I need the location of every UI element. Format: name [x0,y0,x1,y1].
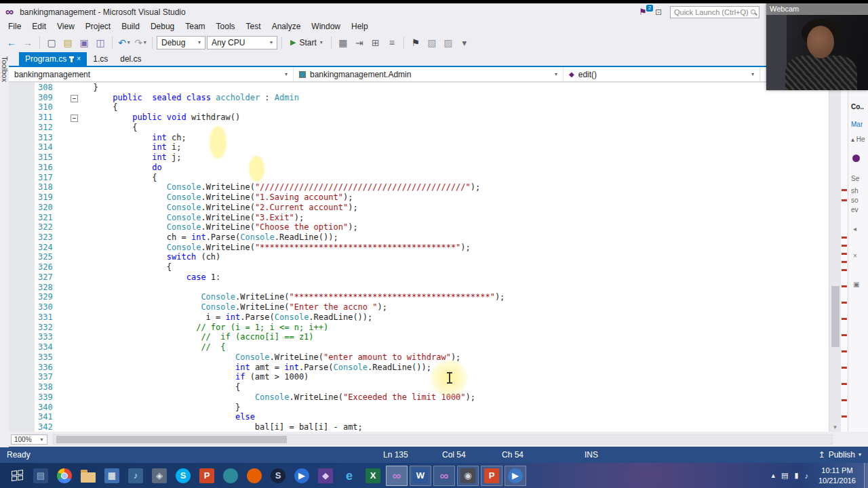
publish-button[interactable]: ↥ Publish ▾ [818,447,861,463]
code-line[interactable]: 314 int i; [35,142,829,152]
code-line[interactable]: 329 Console.WriteLine("*****************… [35,292,829,302]
menu-help[interactable]: Help [346,20,374,33]
open-file-button[interactable]: ▤ [60,35,75,50]
code-line[interactable]: 317 { [35,173,829,183]
new-file-button[interactable]: ▢ [44,35,59,50]
menu-analyze[interactable]: Analyze [267,20,307,33]
menu-tools[interactable]: Tools [211,20,241,33]
code-line[interactable]: 328 [35,283,829,293]
solution-platforms-dropdown[interactable]: Any CPU▾ [207,36,277,49]
fold-collapse-icon[interactable]: − [71,115,78,122]
tab-del-cs[interactable]: del.cs [114,52,147,66]
code-line[interactable]: 309− public sealed class accholder : Adm… [35,93,829,103]
taskbar-app-tile-blue[interactable]: ▤ [30,466,52,486]
taskbar-media-app[interactable]: ♪ [125,466,146,486]
code-line[interactable]: 326 { [35,262,829,272]
menu-build[interactable]: Build [116,20,145,33]
panel-copy-icon[interactable]: ▣ [853,281,859,288]
code-line[interactable]: 313 int ch; [35,133,829,143]
more-options-button[interactable]: ▾ [457,35,472,50]
vertical-scrollbar[interactable]: ▲ ▼ [829,83,841,432]
code-line[interactable]: 342 bal[i] = bal[i] - amt; [35,422,829,432]
code-line[interactable]: 315 int j; [35,152,829,163]
code-line[interactable]: 322 Console.WriteLine("Choose the option… [35,222,829,232]
start-button[interactable] [4,463,30,488]
panel-close-icon[interactable]: × [853,252,857,260]
code-line[interactable]: 332 // for (i = 1; i <= n; i++) [35,323,829,333]
close-icon[interactable]: × [77,56,81,62]
code-line[interactable]: 331 i = int.Parse(Console.ReadLine()); [35,312,829,323]
taskbar-presentation-app[interactable]: P [196,466,218,486]
save-button[interactable]: ▣ [77,35,92,50]
bookmark-button[interactable]: ⚑ [408,35,423,50]
taskbar-skype[interactable]: S [172,466,194,486]
menu-edit[interactable]: Edit [26,20,52,33]
code-line[interactable]: 316 do [35,163,829,173]
code-line[interactable]: 340 } [35,403,829,413]
panel-purple-icon[interactable] [852,155,860,162]
code-line[interactable]: 324 Console.WriteLine("*****************… [35,243,829,253]
code-line[interactable]: 325 switch (ch) [35,252,829,262]
undo-button[interactable]: ↶▾ [117,35,132,50]
fold-collapse-icon[interactable]: − [71,95,78,102]
notifications-flag-icon[interactable]: ⚑2 [639,7,647,17]
taskbar-clock[interactable]: 10:11 PM 10/21/2016 [814,466,860,485]
toolbox-tab[interactable]: Toolbox [0,52,9,447]
taskbar-powerpoint[interactable]: P [481,466,502,486]
taskbar-internet-explorer[interactable]: e [338,466,360,486]
taskbar-chrome[interactable] [54,466,75,486]
type-dropdown[interactable]: bankingmanagement.Admin ▾ [294,67,564,82]
code-editor[interactable]: 308 }309− public sealed class accholder … [9,83,829,432]
code-line[interactable]: 341 else [35,412,829,422]
project-dropdown[interactable]: bankingmanagement ▾ [9,67,294,82]
menu-test[interactable]: Test [241,20,267,33]
menu-window[interactable]: Window [306,20,346,33]
comment-out-button[interactable]: ▧ [425,35,439,50]
chevron-down-icon[interactable]: ▾ [127,39,130,45]
taskbar-settings-app[interactable]: ◈ [149,466,170,486]
horizontal-scrollbar-thumb[interactable] [56,436,287,443]
code-line[interactable]: 330 Console.WriteLine("Enter the accno "… [35,302,829,312]
navigate-back-button[interactable]: ← [4,35,19,50]
taskbar-app-teal[interactable] [220,466,241,486]
code-line[interactable]: 323 ch = int.Parse(Console.ReadLine()); [35,232,829,243]
breakpoints-window-button[interactable]: ⊞ [368,35,383,50]
taskbar-firefox[interactable] [243,466,265,486]
network-icon[interactable]: ▤ [781,471,788,480]
taskbar-word[interactable]: W [410,466,431,486]
chevron-down-icon[interactable]: ▾ [144,39,146,45]
solution-configurations-dropdown[interactable]: Debug▾ [157,36,205,49]
scroll-down-icon[interactable]: ▼ [829,424,841,430]
zoom-dropdown[interactable]: 100% ▼ [11,434,47,445]
tab-program-cs[interactable]: Program.cs× [19,52,87,66]
vertical-scrollbar-thumb[interactable] [831,286,840,347]
attach-process-button[interactable]: ▦ [336,35,351,50]
code-area[interactable]: 308 }309− public sealed class accholder … [9,83,829,432]
menu-file[interactable]: File [3,20,26,33]
quick-launch-input[interactable]: Quick Launch (Ctrl+Q) [670,6,760,18]
panel-collapse-icon[interactable]: ◂ [853,225,856,232]
code-line[interactable]: 327 case 1: [35,272,829,283]
volume-icon[interactable]: ♪ [804,472,808,480]
code-line[interactable]: 320 Console.WriteLine("2.Current account… [35,203,829,213]
code-line[interactable]: 308 } [35,83,829,93]
menu-project[interactable]: Project [80,20,116,33]
code-line[interactable]: 312 { [35,123,829,133]
feedback-icon[interactable]: ⊡ [655,7,662,17]
horizontal-scrollbar[interactable] [53,434,833,445]
battery-icon[interactable]: ▮ [794,471,798,480]
code-line[interactable]: 334 // { [35,342,829,352]
taskbar-visual-studio[interactable]: ∞ [386,466,408,486]
taskbar-visual-studio-2[interactable]: ∞ [433,466,455,486]
taskbar-app-purple[interactable]: ◆ [315,466,336,486]
save-all-button[interactable]: ◫ [93,35,108,50]
member-dropdown[interactable]: ◆ edit() ▾ [564,67,760,82]
uncomment-button[interactable]: ▨ [441,35,456,50]
code-line[interactable]: 318 Console.WriteLine("/////////////////… [35,182,829,192]
taskbar-excel[interactable]: X [362,466,384,486]
menu-team[interactable]: Team [180,20,210,33]
taskbar-video-app[interactable]: ▶ [505,466,526,486]
code-line[interactable]: 333 // if (accno[i] == z1) [35,332,829,342]
redo-button[interactable]: ↷▾ [133,35,148,50]
start-debugging-button[interactable]: ▶Start▾ [286,35,327,50]
